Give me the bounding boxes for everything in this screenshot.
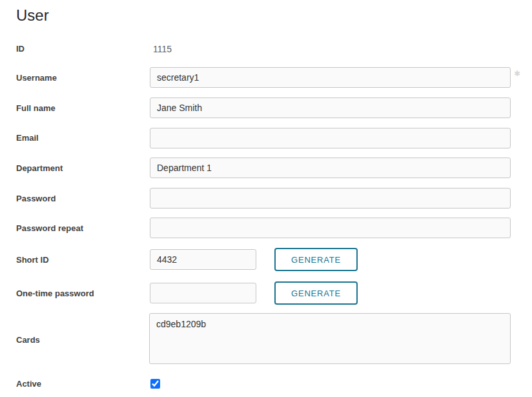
required-icon: ✱ (514, 70, 520, 77)
password-input[interactable] (150, 188, 511, 209)
one-time-password-input[interactable] (150, 283, 256, 303)
one-time-password-label: One-time password (16, 289, 94, 298)
department-input[interactable] (150, 158, 511, 178)
cards-textarea[interactable]: cd9eb1209b (149, 313, 511, 364)
short-id-generate-button[interactable]: GENERATE (274, 248, 358, 271)
cards-label: Cards (16, 335, 40, 345)
full-name-label: Full name (16, 103, 56, 113)
username-input[interactable] (150, 67, 511, 88)
username-label: Username (16, 73, 57, 83)
email-label: Email (16, 133, 39, 143)
password-repeat-label: Password repeat (16, 223, 83, 233)
password-repeat-input[interactable] (150, 218, 511, 238)
active-checkbox[interactable] (150, 379, 160, 389)
short-id-label: Short ID (16, 255, 49, 265)
id-value: 1115 (153, 44, 172, 54)
short-id-input[interactable] (150, 249, 256, 270)
full-name-input[interactable] (150, 97, 511, 118)
one-time-password-generate-button[interactable]: GENERATE (274, 281, 358, 305)
email-input[interactable] (150, 128, 511, 148)
department-label: Department (16, 163, 63, 173)
page-title: User (16, 6, 49, 25)
user-form-page: User ID 1115 Username ✱ Full name Email … (0, 0, 532, 397)
active-label: Active (16, 379, 41, 389)
id-label: ID (16, 44, 25, 54)
password-label: Password (16, 194, 56, 203)
